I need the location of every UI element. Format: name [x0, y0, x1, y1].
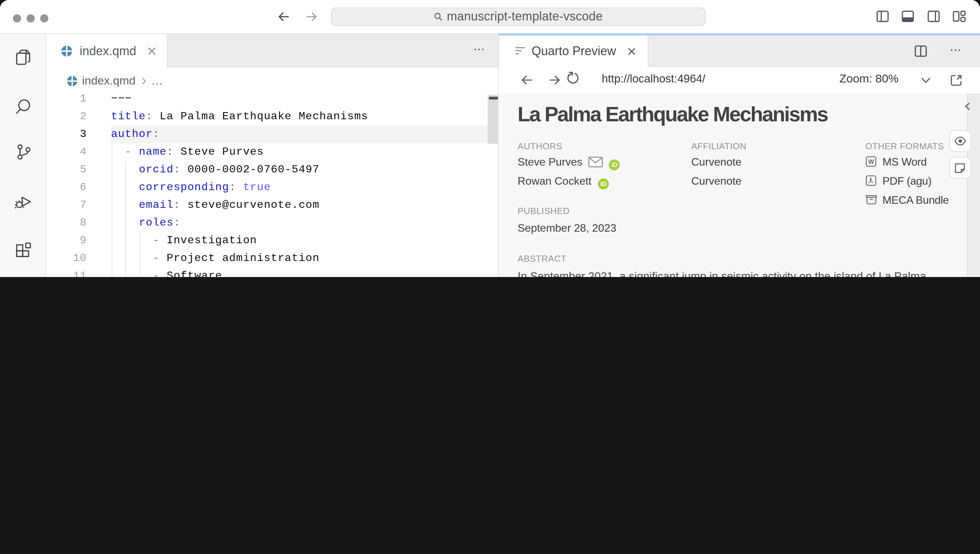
- svg-text:W: W: [868, 158, 874, 165]
